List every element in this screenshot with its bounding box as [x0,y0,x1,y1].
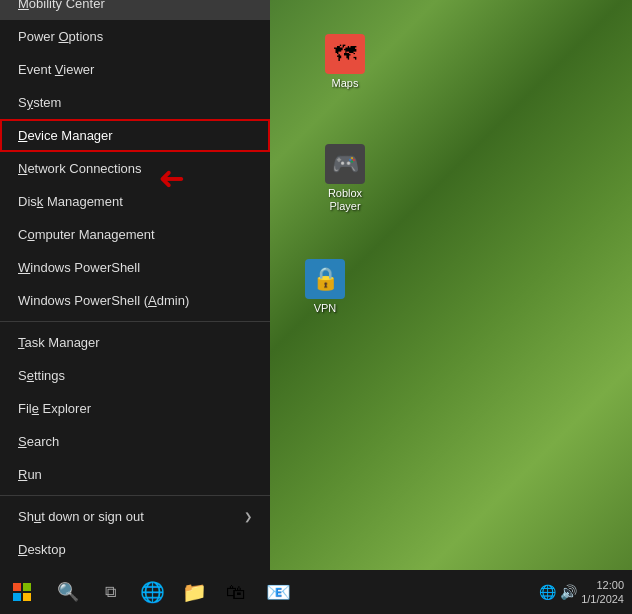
menu-label-system: System [18,95,61,110]
menu-item-desktop[interactable]: Desktop [0,533,270,566]
start-button[interactable] [0,570,44,614]
menu-label-computer-management: Computer Management [18,227,155,242]
taskbar-tray: 🌐 🔊 12:001/1/2024 [531,578,632,607]
menu-label-search: Search [18,434,59,449]
roblox-icon: 🎮 [325,144,365,184]
menu-item-system[interactable]: System [0,86,270,119]
menu-label-task-manager: Task Manager [18,335,100,350]
menu-label-device-manager: Device Manager [18,128,113,143]
svg-rect-0 [13,583,21,591]
menu-label-run: Run [18,467,42,482]
menu-item-power-options[interactable]: Power Options [0,20,270,53]
menu-item-network-connections[interactable]: Network Connections [0,152,270,185]
taskbar-edge-button[interactable]: 🌐 [132,572,172,612]
menu-item-search[interactable]: Search [0,425,270,458]
menu-label-file-explorer: File Explorer [18,401,91,416]
menu-label-desktop: Desktop [18,542,66,557]
menu-divider-2 [0,495,270,496]
menu-label-windows-powershell: Windows PowerShell [18,260,140,275]
menu-item-computer-management[interactable]: Computer Management [0,218,270,251]
menu-label-shut-down: Shut down or sign out [18,509,144,524]
menu-label-event-viewer: Event Viewer [18,62,94,77]
taskbar-mail-button[interactable]: 📧 [258,572,298,612]
submenu-arrow-icon: ❯ [244,511,252,522]
desktop-icon-vpn[interactable]: 🔒 VPN [290,255,360,319]
taskbar-store-button[interactable]: 🛍 [216,572,256,612]
taskbar-items: 🔍 ⧉ 🌐 📁 🛍 📧 [44,572,531,612]
taskbar: 🔍 ⧉ 🌐 📁 🛍 📧 🌐 🔊 12:001/1/2024 [0,570,632,614]
menu-label-windows-powershell-admin: Windows PowerShell (Admin) [18,293,189,308]
menu-label-settings: Settings [18,368,65,383]
menu-item-disk-management[interactable]: Disk Management [0,185,270,218]
roblox-label: Roblox Player [314,187,376,213]
menu-item-windows-powershell-admin[interactable]: Windows PowerShell (Admin) [0,284,270,317]
tray-volume-icon: 🔊 [560,584,577,600]
menu-label-mobility-center: Mobility Center [18,0,105,11]
windows-icon [13,583,31,601]
menu-label-network-connections: Network Connections [18,161,142,176]
vpn-label: VPN [314,302,337,315]
menu-item-shut-down[interactable]: Shut down or sign out ❯ [0,500,270,533]
maps-label: Maps [332,77,359,90]
menu-divider-1 [0,321,270,322]
menu-item-run[interactable]: Run [0,458,270,491]
menu-label-power-options: Power Options [18,29,103,44]
menu-label-disk-management: Disk Management [18,194,123,209]
tray-network-icon: 🌐 [539,584,556,600]
tray-clock[interactable]: 12:001/1/2024 [581,578,624,607]
svg-rect-1 [23,583,31,591]
taskbar-search-button[interactable]: 🔍 [48,572,88,612]
menu-item-settings[interactable]: Settings [0,359,270,392]
context-menu: Apps and Features Mobility Center Power … [0,0,270,570]
taskbar-file-explorer-button[interactable]: 📁 [174,572,214,612]
menu-item-windows-powershell[interactable]: Windows PowerShell [0,251,270,284]
vpn-icon: 🔒 [305,259,345,299]
menu-item-task-manager[interactable]: Task Manager [0,326,270,359]
desktop-icon-maps[interactable]: 🗺 Maps [310,30,380,94]
svg-rect-3 [23,593,31,601]
menu-item-file-explorer[interactable]: File Explorer [0,392,270,425]
menu-item-event-viewer[interactable]: Event Viewer [0,53,270,86]
svg-rect-2 [13,593,21,601]
menu-item-mobility-center[interactable]: Mobility Center [0,0,270,20]
maps-icon: 🗺 [325,34,365,74]
desktop-icon-roblox[interactable]: 🎮 Roblox Player [310,140,380,217]
taskbar-task-view-button[interactable]: ⧉ [90,572,130,612]
menu-item-device-manager[interactable]: Device Manager [0,119,270,152]
